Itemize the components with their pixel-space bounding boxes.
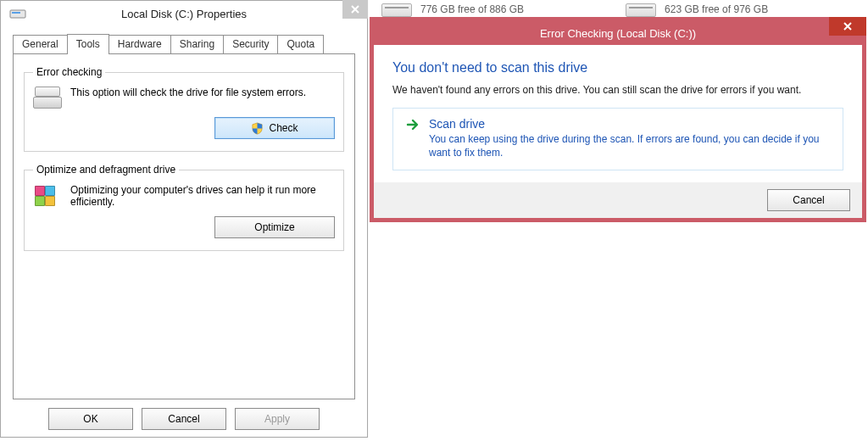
error-checking-titlebar[interactable]: Error Checking (Local Disk (C:)) [374, 21, 862, 45]
drive-free-text: 623 GB free of 976 GB [665, 3, 768, 15]
scan-drive-title: Scan drive [429, 117, 831, 131]
scan-drive-desc: You can keep using the drive during the … [429, 132, 831, 159]
error-checking-desc: This option will check the drive for fil… [70, 87, 335, 98]
group-legend: Optimize and defragment drive [33, 164, 179, 176]
explorer-drive-strip: 776 GB free of 886 GB 623 GB free of 976… [373, 0, 868, 19]
error-checking-dialog: Error Checking (Local Disk (C:)) You don… [370, 17, 866, 222]
error-checking-subtext: We haven't found any errors on this driv… [392, 84, 843, 96]
close-button[interactable] [342, 0, 368, 19]
tab-pane-tools: Error checking This option will check th… [13, 53, 355, 399]
check-button-label: Check [269, 122, 298, 134]
error-checking-footer: Cancel [374, 182, 862, 218]
defrag-icon [33, 184, 62, 206]
cancel-button[interactable]: Cancel [142, 408, 226, 430]
tab-sharing[interactable]: Sharing [170, 35, 224, 53]
group-error-checking: Error checking This option will check th… [24, 66, 344, 152]
drive-entry: 776 GB free of 886 GB [373, 0, 524, 19]
error-checking-body: You don't need to scan this drive We hav… [374, 45, 862, 182]
properties-window: Local Disk (C:) Properties General Tools… [0, 0, 368, 438]
svg-rect-1 [12, 12, 20, 14]
tab-bar: General Tools Hardware Sharing Security … [13, 33, 367, 53]
drive-free-text: 776 GB free of 886 GB [420, 3, 524, 15]
drive-icon [9, 6, 26, 20]
drive-entry: 623 GB free of 976 GB [617, 0, 768, 19]
uac-shield-icon [251, 122, 264, 135]
apply-button[interactable]: Apply [235, 408, 320, 430]
error-checking-headline: You don't need to scan this drive [392, 60, 843, 75]
ok-button[interactable]: OK [48, 408, 133, 430]
group-legend: Error checking [33, 66, 105, 78]
arrow-right-icon [405, 117, 420, 132]
tab-quota[interactable]: Quota [277, 35, 324, 53]
cancel-button[interactable]: Cancel [767, 189, 850, 211]
optimize-button-label: Optimize [254, 221, 294, 233]
tab-hardware[interactable]: Hardware [108, 35, 171, 53]
hard-drive-icon [381, 2, 412, 17]
properties-titlebar[interactable]: Local Disk (C:) Properties [1, 1, 367, 28]
optimize-button[interactable]: Optimize [214, 216, 335, 238]
tab-general[interactable]: General [13, 35, 68, 53]
check-button[interactable]: Check [214, 117, 335, 139]
optimize-desc: Optimizing your computer's drives can he… [70, 184, 335, 208]
hard-drive-icon [33, 87, 62, 109]
tab-tools[interactable]: Tools [67, 34, 109, 54]
close-button[interactable] [829, 17, 866, 36]
hard-drive-icon [626, 2, 656, 17]
svg-rect-0 [10, 10, 25, 18]
properties-title: Local Disk (C:) Properties [1, 1, 367, 28]
dialog-button-row: OK Cancel Apply [1, 408, 367, 430]
scan-drive-option[interactable]: Scan drive You can keep using the drive … [392, 108, 843, 170]
group-optimize: Optimize and defragment drive Optimizing… [24, 164, 344, 251]
tab-security[interactable]: Security [223, 35, 278, 53]
error-checking-title: Error Checking (Local Disk (C:)) [540, 27, 696, 40]
